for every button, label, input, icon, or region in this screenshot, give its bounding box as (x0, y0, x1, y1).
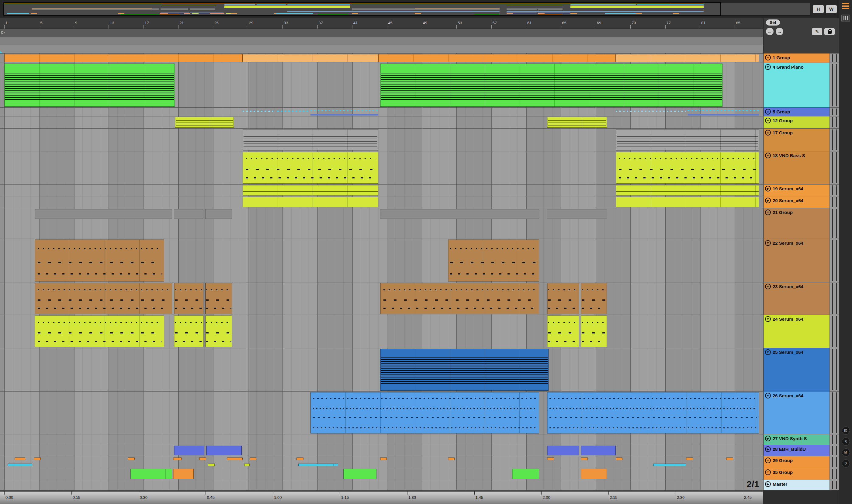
clip[interactable] (581, 283, 607, 314)
clip[interactable] (616, 457, 623, 460)
clip[interactable] (243, 54, 378, 62)
fold-icon[interactable]: ≡ (765, 118, 771, 123)
lane-24-serum-x64[interactable] (0, 315, 763, 348)
lane-25-serum-x64[interactable] (0, 348, 763, 391)
clip[interactable] (174, 209, 203, 219)
track-header-27-vnd-synth-s[interactable]: ▶27 VND Synth S (763, 434, 830, 445)
clip[interactable] (616, 54, 759, 62)
arrow-icon[interactable]: ▼ (765, 349, 771, 355)
lane-18-vnd-bass-s[interactable] (0, 151, 763, 184)
fold-icon[interactable]: ≡ (765, 469, 771, 475)
clip[interactable] (243, 185, 378, 196)
track-header-5-group[interactable]: ≡5 Group (763, 108, 830, 116)
clip[interactable] (581, 446, 616, 455)
clip[interactable] (243, 197, 378, 207)
clip[interactable] (380, 209, 539, 219)
clip[interactable] (616, 129, 759, 150)
clip[interactable] (227, 457, 242, 460)
scrub-area-lower[interactable] (0, 45, 763, 54)
lane-29-group[interactable] (0, 456, 763, 468)
track-header-28-ebh-buildu[interactable]: ▶28 EBH_BuildU (763, 445, 830, 456)
lane-17-group[interactable] (0, 129, 763, 151)
arrow-icon[interactable]: ▼ (765, 393, 771, 398)
clip[interactable] (298, 464, 338, 466)
clip[interactable] (310, 392, 539, 433)
lane-1-group[interactable] (0, 54, 763, 62)
clip[interactable] (581, 316, 607, 347)
clip[interactable] (616, 152, 759, 184)
arrangement-start-marker-icon[interactable] (0, 51, 3, 53)
track-header-26-serum-x64[interactable]: ▼26 Serum_x64 (763, 392, 830, 434)
lock-envelopes-button[interactable] (824, 28, 835, 35)
clip[interactable] (726, 457, 733, 460)
clip[interactable] (35, 239, 164, 282)
lane-5-group[interactable] (0, 108, 763, 116)
fold-icon[interactable]: ≡ (765, 210, 771, 215)
track-header-22-serum-x64[interactable]: ▼22 Serum_x64 (763, 239, 830, 282)
clip[interactable] (205, 283, 232, 314)
clip[interactable] (448, 457, 455, 460)
clip[interactable] (547, 316, 579, 347)
clip[interactable] (208, 464, 215, 466)
clip[interactable] (686, 457, 693, 460)
lane-27-vnd-synth-s[interactable] (0, 434, 763, 445)
time-ruler[interactable]: 0:000:150:300:451:001:151:301:452:002:15… (0, 491, 763, 504)
draw-mode-button[interactable]: ✎ (812, 28, 822, 35)
fold-icon[interactable]: ≡ (765, 457, 771, 463)
arrow-icon[interactable]: ▼ (765, 240, 771, 246)
toggle-d-button[interactable]: D (842, 459, 850, 468)
set-button[interactable]: Set (766, 19, 780, 25)
play-icon[interactable]: ▶ (765, 186, 771, 192)
clip[interactable] (380, 457, 387, 460)
play-icon[interactable]: ▶ (765, 446, 771, 452)
track-header-24-serum-x64[interactable]: ▼24 Serum_x64 (763, 315, 830, 348)
lane-19-serum-x64[interactable] (0, 184, 763, 196)
clip[interactable] (4, 64, 175, 107)
clip[interactable] (380, 283, 539, 314)
height-zoom-button[interactable]: H (813, 5, 824, 13)
track-header-23-serum-x64[interactable]: ▼23 Serum_x64 (763, 283, 830, 314)
track-header-4-grand-piano[interactable]: ▼4 Grand Piano (763, 63, 830, 107)
lane-22-serum-x64[interactable] (0, 239, 763, 282)
play-position-marker-icon[interactable]: ▷ (1, 30, 5, 35)
clip[interactable] (547, 457, 554, 460)
clip[interactable] (448, 239, 539, 282)
clip[interactable] (243, 129, 378, 150)
marker-band[interactable]: ▷ (0, 29, 763, 37)
lane-20-serum-x64[interactable] (0, 196, 763, 208)
clip[interactable] (616, 185, 759, 196)
lane-master[interactable] (0, 480, 763, 490)
scrub-area-upper[interactable] (0, 37, 763, 45)
clip[interactable] (616, 108, 686, 115)
arrow-icon[interactable]: ▼ (765, 152, 771, 158)
clip[interactable] (688, 108, 759, 115)
clip[interactable] (653, 464, 686, 466)
clip[interactable] (243, 108, 276, 115)
clip[interactable] (205, 209, 232, 219)
clip[interactable] (174, 283, 203, 314)
clip[interactable] (34, 457, 41, 460)
clip[interactable] (128, 457, 135, 460)
clip[interactable] (199, 457, 206, 460)
beat-time-ruler[interactable]: 1591317212529333741454953576165697377818… (0, 18, 763, 29)
fold-icon[interactable]: ≡ (765, 55, 771, 60)
clip[interactable] (35, 209, 172, 219)
width-zoom-button[interactable]: W (826, 5, 837, 13)
track-header-21-group[interactable]: ≡21 Group (763, 208, 830, 239)
mixer-sections-icon[interactable] (841, 15, 850, 22)
track-header-12-group[interactable]: ≡12 Group (763, 116, 830, 128)
clip[interactable] (174, 316, 203, 347)
clip[interactable] (7, 464, 32, 466)
clip[interactable] (547, 209, 607, 219)
lane-23-serum-x64[interactable] (0, 283, 763, 314)
clip[interactable] (380, 349, 549, 391)
lane-26-serum-x64[interactable] (0, 392, 763, 434)
clip[interactable] (512, 469, 539, 479)
lane-12-group[interactable] (0, 116, 763, 128)
play-icon[interactable]: ▶ (765, 198, 771, 203)
track-header-29-group[interactable]: ≡29 Group (763, 456, 830, 468)
clip[interactable] (4, 54, 243, 62)
clip[interactable] (277, 108, 309, 115)
clip[interactable] (243, 152, 378, 184)
arrow-icon[interactable]: ▼ (765, 316, 771, 322)
